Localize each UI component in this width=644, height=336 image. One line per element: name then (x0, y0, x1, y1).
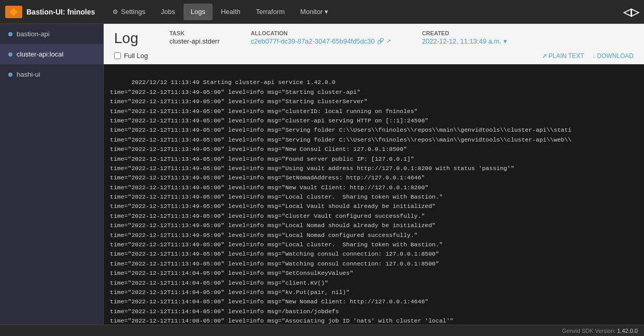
nav-terraform-label: Terraform (256, 8, 285, 16)
content: Log Task cluster-api.stderr Allocation c… (104, 24, 644, 325)
sidebar: bastion-api cluster-api:local hashi-ui (0, 24, 104, 325)
footer: Genvid SDK Version: 1.42.0.0 (0, 325, 644, 336)
created-label: Created (422, 30, 507, 36)
log-body: 2022/12/12 11:13:49 Starting cluster-api… (104, 64, 644, 325)
log-header: Log Task cluster-api.stderr Allocation c… (104, 24, 644, 64)
created-meta: Created 2022-12-12, 11:13:49 a.m. ▾ (422, 30, 507, 45)
full-log-checkbox[interactable] (114, 52, 121, 59)
copy-icon: 🔗 (377, 38, 384, 45)
download-icon: ↓ (592, 52, 595, 60)
main-layout: bastion-api cluster-api:local hashi-ui L… (0, 24, 644, 325)
sidebar-item-cluster-api-local[interactable]: cluster-api:local (0, 44, 103, 64)
allocation-value[interactable]: c2eb077f-dc39-87a2-3047-65b94fd5dc30 🔗 ↗ (251, 37, 391, 45)
nav-jobs-label: Jobs (161, 8, 175, 16)
nav-item-logs[interactable]: Logs (184, 4, 213, 20)
action-links: ↗ PLAIN TEXT ↓ DOWNLOAD (542, 52, 634, 60)
nav-item-monitor[interactable]: Monitor ▾ (293, 4, 335, 20)
external-icon: ↗ (542, 52, 547, 60)
nav-settings-label: Settings (121, 8, 145, 16)
nav-health-label: Health (221, 8, 241, 16)
log-content: 2022/12/12 11:13:49 Starting cluster-api… (110, 79, 571, 325)
brand-text: Bastion-UI: fninoles (26, 8, 95, 16)
log-title: Log (114, 30, 138, 47)
download-link[interactable]: ↓ DOWNLOAD (592, 52, 634, 60)
top-nav: 🔶 Bastion-UI: fninoles ⚙ Settings Jobs L… (0, 0, 644, 24)
sidebar-item-bastion-api-label: bastion-api (17, 30, 50, 38)
nav-monitor-label: Monitor ▾ (300, 8, 328, 16)
sidebar-item-hashi-ui-label: hashi-ui (17, 71, 40, 78)
task-meta: Task cluster-api.stderr (170, 30, 220, 45)
bullet-icon (8, 52, 12, 57)
brand[interactable]: 🔶 Bastion-UI: fninoles (5, 6, 95, 18)
nav-logo: ◁▷ (623, 6, 639, 18)
task-value: cluster-api.stderr (170, 37, 220, 45)
full-log-label: Full Log (124, 52, 148, 60)
log-controls: Full Log ↗ PLAIN TEXT ↓ DOWNLOAD (114, 52, 634, 60)
nav-item-terraform[interactable]: Terraform (248, 4, 292, 20)
task-label: Task (170, 30, 220, 36)
nav-logs-label: Logs (191, 8, 205, 16)
sidebar-item-cluster-api-local-label: cluster-api:local (17, 50, 63, 58)
plain-text-link[interactable]: ↗ PLAIN TEXT (542, 52, 584, 60)
created-value[interactable]: 2022-12-12, 11:13:49 a.m. ▾ (422, 37, 507, 45)
nav-item-jobs[interactable]: Jobs (153, 4, 182, 20)
bullet-icon (8, 73, 12, 77)
sidebar-item-bastion-api[interactable]: bastion-api (0, 24, 103, 44)
footer-label: Genvid SDK Version: (562, 328, 615, 334)
full-log-checkbox-label[interactable]: Full Log (114, 52, 148, 60)
nav-items: ⚙ Settings Jobs Logs Health Terraform Mo… (105, 4, 623, 20)
nav-item-health[interactable]: Health (214, 4, 248, 20)
sidebar-item-hashi-ui[interactable]: hashi-ui (0, 64, 103, 85)
nav-item-settings[interactable]: ⚙ Settings (105, 4, 152, 20)
allocation-meta: Allocation c2eb077f-dc39-87a2-3047-65b94… (251, 30, 391, 45)
footer-version: 1.42.0.0 (617, 328, 638, 334)
allocation-label: Allocation (251, 30, 391, 36)
bullet-icon (8, 32, 12, 36)
brand-icon: 🔶 (5, 6, 22, 18)
gear-icon: ⚙ (113, 8, 118, 16)
external-link-icon: ↗ (386, 38, 391, 45)
